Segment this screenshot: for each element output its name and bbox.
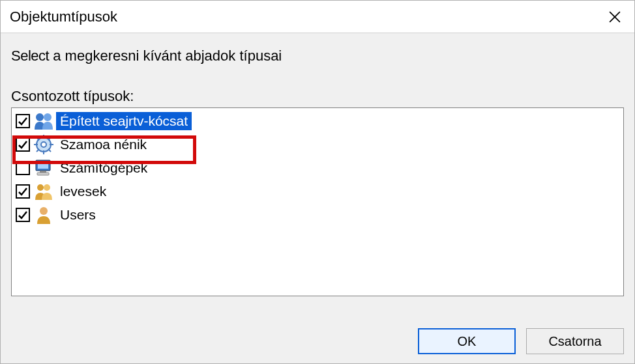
check-icon [18,139,28,150]
user-icon [33,204,55,225]
list-item-label: levesek [56,182,110,201]
list-item-label: Users [56,206,100,224]
checkbox[interactable] [16,208,30,222]
svg-rect-17 [37,173,49,175]
close-button[interactable] [598,3,632,31]
list-item-label: Számítógépek [56,159,151,177]
dialog-window: Objektumtípusok Select a megkeresni kívá… [0,0,635,364]
object-types-list[interactable]: Épített seajrtv-kócsat [11,107,624,296]
svg-point-20 [40,207,48,215]
list-item[interactable]: Szamoa nénik [12,133,623,156]
checkbox[interactable] [16,137,30,152]
list-item[interactable]: Számítógépek [12,156,623,180]
prompt-select: Select [11,48,49,64]
svg-line-12 [37,149,39,152]
list-item-label: Épített seajrtv-kócsat [56,112,192,130]
cancel-button[interactable]: Csatorna [526,328,624,354]
list-item-label: Szamoa nénik [56,135,151,154]
checkbox[interactable] [16,184,30,199]
check-icon [18,186,28,197]
list-label: Csontozott típusok: [11,88,624,105]
svg-point-19 [44,184,50,191]
list-item[interactable]: levesek [12,180,623,203]
svg-point-2 [36,113,44,121]
svg-point-13 [41,142,46,147]
svg-point-18 [37,184,44,191]
ok-button[interactable]: OK [418,328,516,354]
titlebar: Objektumtípusok [1,1,634,33]
check-icon [18,116,28,126]
service-account-icon [33,134,55,155]
groups-icon [33,181,55,202]
close-icon [609,11,621,23]
dialog-title: Objektumtípusok [10,8,117,25]
checkbox[interactable] [16,114,30,128]
prompt-text: Select a megkeresni kívánt abjadok típus… [11,48,624,64]
security-principals-icon [33,111,55,132]
svg-line-9 [37,137,39,140]
button-row: OK Csatorna [418,328,624,354]
list-item[interactable]: Users [12,203,623,227]
computer-icon [33,158,55,178]
svg-rect-15 [38,162,48,169]
check-icon [18,210,28,220]
svg-line-11 [48,137,51,140]
prompt-rest: a megkeresni kívánt abjadok típusai [49,48,282,64]
list-item[interactable]: Épített seajrtv-kócsat [12,109,623,133]
dialog-body: Select a megkeresni kívánt abjadok típus… [1,33,634,296]
svg-point-3 [44,113,52,121]
svg-line-10 [48,149,51,152]
checkbox[interactable] [16,161,30,175]
